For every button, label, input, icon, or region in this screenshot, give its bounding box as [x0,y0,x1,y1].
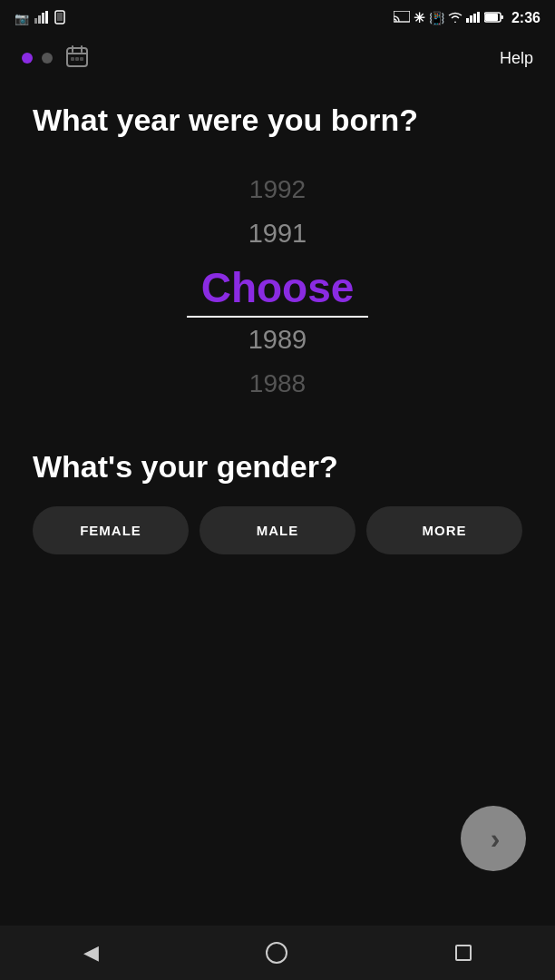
calendar-icon[interactable] [65,44,89,72]
svg-rect-7 [466,18,469,23]
svg-rect-8 [470,15,472,23]
cast-icon [394,11,410,26]
status-left-icons: 📷 [15,10,65,27]
next-button[interactable]: › [461,806,526,871]
camera-status-icon: 📷 [15,12,29,25]
back-icon: ◀ [83,941,99,965]
gender-section: What's your gender? FEMALE MALE MORE [33,449,522,554]
year-1992[interactable]: 1992 [187,168,368,211]
svg-rect-20 [80,57,83,61]
svg-rect-1 [38,15,41,24]
top-nav: Help [0,33,555,83]
svg-rect-9 [473,14,476,23]
signal-status-icon [34,11,49,26]
year-choose[interactable]: Choose [187,256,368,318]
pagination-dots [22,44,89,72]
back-nav-button[interactable]: ◀ [62,934,121,972]
home-nav-button[interactable] [244,935,309,971]
dot-1 [22,53,33,64]
svg-rect-5 [57,13,63,21]
wifi-icon [448,11,462,25]
svg-rect-13 [501,15,503,19]
year-question-title: What year were you born? [33,102,522,139]
male-button[interactable]: MALE [200,506,355,554]
battery-icon [484,11,504,25]
status-right: ✳ 📳 2:36 [394,10,540,26]
status-bar: 📷 ✳ 📳 [0,0,555,33]
gender-question-title: What's your gender? [33,449,522,485]
recents-nav-button[interactable] [433,937,493,968]
phone-status-icon [54,10,65,27]
svg-rect-19 [75,57,79,61]
year-picker[interactable]: 1992 1991 Choose 1989 1988 [33,168,522,406]
year-1989[interactable]: 1989 [187,318,368,362]
svg-rect-0 [34,18,37,24]
year-1991[interactable]: 1991 [187,211,368,256]
signal-bars-icon [466,11,481,25]
dot-2 [42,53,53,64]
svg-rect-18 [71,57,74,61]
more-button[interactable]: MORE [366,506,522,554]
year-section: What year were you born? 1992 1991 Choos… [33,102,522,406]
svg-rect-3 [45,11,48,24]
home-icon [266,942,287,964]
main-content: What year were you born? 1992 1991 Choos… [0,83,555,554]
svg-rect-10 [477,12,480,23]
vibrate-icon: 📳 [429,11,444,25]
next-arrow-icon: › [491,824,501,853]
time-display: 2:36 [511,10,540,26]
gender-buttons-group: FEMALE MALE MORE [33,506,522,554]
help-button[interactable]: Help [500,49,533,68]
recents-icon [455,945,472,961]
bottom-nav: ◀ [0,926,555,980]
bluetooth-icon: ✳ [414,10,425,26]
svg-rect-12 [485,14,498,21]
svg-rect-2 [42,13,44,24]
year-1988[interactable]: 1988 [187,362,368,406]
female-button[interactable]: FEMALE [33,506,189,554]
